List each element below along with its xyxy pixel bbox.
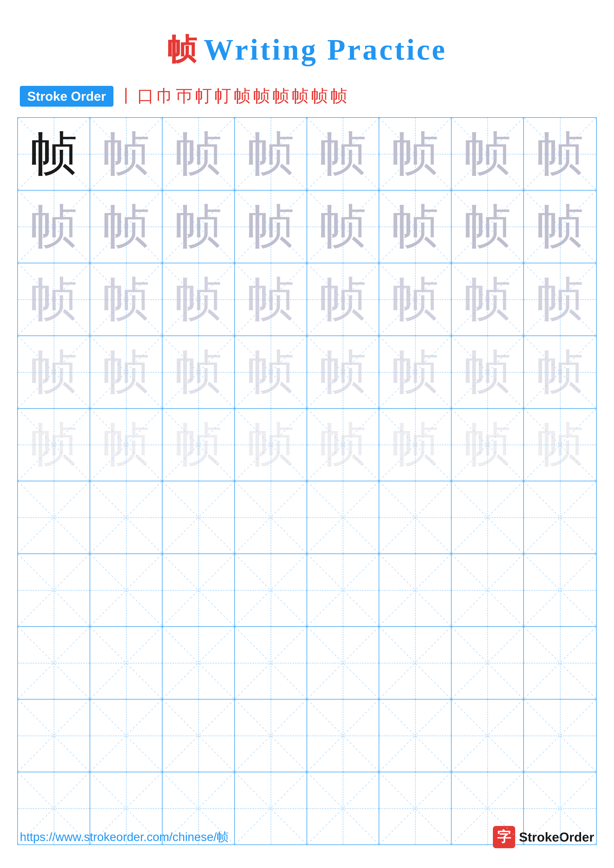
grid-cell[interactable]: 帧 [524,409,596,481]
svg-line-84 [162,481,234,553]
grid-cell[interactable] [524,481,596,553]
grid-cell[interactable] [524,554,596,626]
grid-cell[interactable] [235,627,307,699]
grid-cell[interactable]: 帧 [235,409,307,481]
grid-cell[interactable] [379,699,452,772]
svg-line-118 [235,627,307,699]
grid-cell[interactable] [524,627,596,699]
grid-cell[interactable] [307,554,379,626]
svg-line-80 [18,481,90,553]
grid-cell[interactable] [162,699,235,772]
practice-char: 帧 [103,203,149,250]
grid-cell[interactable] [162,554,235,626]
grid-cell[interactable]: 帧 [452,336,524,408]
practice-char: 帧 [319,203,366,250]
grid-cell[interactable] [18,699,90,772]
svg-line-125 [452,627,523,699]
grid-cell[interactable] [90,627,162,699]
practice-char: 帧 [175,203,222,250]
svg-line-93 [452,481,523,553]
footer-logo: 字 StrokeOrder [493,826,594,848]
grid-cell[interactable]: 帧 [18,409,90,481]
grid-cell[interactable] [379,554,452,626]
grid-cell[interactable] [18,481,90,553]
svg-line-137 [307,699,379,772]
grid-cell[interactable]: 帧 [524,191,596,263]
svg-line-139 [379,699,451,772]
svg-line-100 [162,554,234,626]
practice-grid: 帧帧帧帧帧帧帧帧帧帧帧帧帧帧帧帧帧帧帧帧帧帧帧帧帧帧帧帧帧帧帧帧帧帧帧帧帧帧帧帧 [17,117,597,845]
grid-cell[interactable]: 帧 [379,191,452,263]
grid-cell[interactable] [18,627,90,699]
grid-cell[interactable]: 帧 [307,409,379,481]
practice-char: 帧 [175,276,222,323]
grid-cell[interactable]: 帧 [379,336,452,408]
grid-cell[interactable] [162,627,235,699]
grid-cell[interactable]: 帧 [162,191,235,263]
grid-cell[interactable]: 帧 [90,191,162,263]
grid-cell[interactable] [18,554,90,626]
svg-line-135 [235,699,307,772]
svg-line-83 [90,481,162,553]
page-title: 帧Writing Practice [0,0,614,70]
practice-char: 帧 [464,203,511,250]
grid-cell[interactable] [452,481,524,553]
grid-cell[interactable] [235,699,307,772]
grid-cell[interactable] [162,481,235,553]
grid-cell[interactable]: 帧 [162,118,235,190]
practice-char: 帧 [392,421,438,468]
grid-cell[interactable] [379,481,452,553]
grid-cell[interactable]: 帧 [162,263,235,336]
grid-cell[interactable]: 帧 [18,118,90,190]
grid-cell[interactable] [307,627,379,699]
grid-cell[interactable]: 帧 [307,118,379,190]
grid-cell[interactable]: 帧 [162,336,235,408]
grid-cell[interactable] [452,627,524,699]
grid-cell[interactable]: 帧 [18,263,90,336]
practice-char: 帧 [175,349,222,396]
grid-cell[interactable]: 帧 [452,118,524,190]
grid-cell[interactable]: 帧 [524,263,596,336]
grid-cell[interactable] [307,699,379,772]
grid-cell[interactable] [379,627,452,699]
grid-cell[interactable]: 帧 [235,191,307,263]
grid-cell[interactable] [452,699,524,772]
practice-char: 帧 [103,276,149,323]
grid-cell[interactable]: 帧 [235,336,307,408]
footer-url[interactable]: https://www.strokeorder.com/chinese/帧 [20,829,229,845]
grid-cell[interactable] [524,699,596,772]
grid-cell[interactable]: 帧 [379,118,452,190]
grid-cell[interactable]: 帧 [524,118,596,190]
grid-cell[interactable]: 帧 [90,336,162,408]
grid-cell[interactable]: 帧 [307,191,379,263]
grid-cell[interactable]: 帧 [18,336,90,408]
grid-cell[interactable] [90,481,162,553]
grid-cell[interactable]: 帧 [90,118,162,190]
grid-cell[interactable]: 帧 [452,263,524,336]
grid-cell[interactable]: 帧 [235,118,307,190]
practice-char: 帧 [247,276,294,323]
grid-cell[interactable]: 帧 [307,263,379,336]
grid-cell[interactable] [452,554,524,626]
grid-cell[interactable]: 帧 [524,336,596,408]
stroke-sequence: 丨 口 巾 帀 帄 帄 帧 帧 帧 帧 帧 帧 [118,85,347,107]
grid-cell[interactable] [235,481,307,553]
svg-line-90 [379,481,451,553]
grid-cell[interactable] [90,699,162,772]
svg-line-121 [307,627,379,699]
grid-cell[interactable]: 帧 [235,263,307,336]
svg-line-142 [524,699,596,772]
grid-cell[interactable]: 帧 [90,409,162,481]
grid-cell[interactable]: 帧 [162,409,235,481]
grid-cell[interactable] [307,481,379,553]
grid-cell[interactable]: 帧 [379,263,452,336]
grid-cell[interactable]: 帧 [90,263,162,336]
svg-line-96 [18,554,90,626]
grid-cell[interactable]: 帧 [18,191,90,263]
grid-cell[interactable]: 帧 [307,336,379,408]
grid-cell[interactable] [235,554,307,626]
grid-cell[interactable]: 帧 [452,191,524,263]
grid-cell[interactable]: 帧 [379,409,452,481]
grid-cell[interactable]: 帧 [452,409,524,481]
grid-cell[interactable] [90,554,162,626]
